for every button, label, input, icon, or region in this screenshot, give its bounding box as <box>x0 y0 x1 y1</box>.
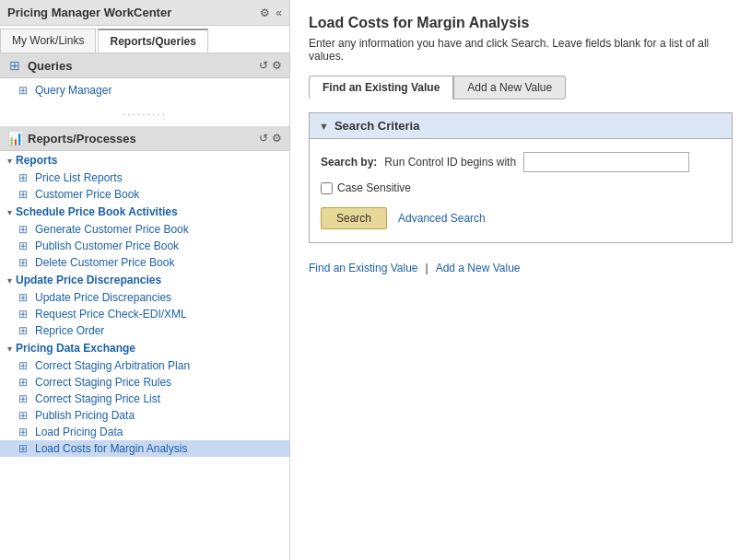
reports-refresh-icon[interactable]: ↺ <box>259 132 268 145</box>
queries-icon: ⊞ <box>7 58 22 73</box>
load-costs-icon <box>18 442 31 455</box>
main-tab-buttons: Find an Existing Value Add a New Value <box>309 76 733 99</box>
update-price-arrow-icon: ▾ <box>7 275 12 286</box>
group-header-pricing-data[interactable]: ▾ Pricing Data Exchange <box>0 339 289 357</box>
customer-price-book-link[interactable]: Customer Price Book <box>35 188 139 201</box>
nav-item-correct-staging-list[interactable]: Correct Staging Price List <box>0 391 289 407</box>
tab-my-work[interactable]: My Work/Links <box>0 29 96 52</box>
pricing-data-group-title: Pricing Data Exchange <box>16 342 135 355</box>
reports-nav-area: ▾ Reports Price List Reports Customer Pr… <box>0 151 289 560</box>
advanced-search-link[interactable]: Advanced Search <box>398 212 486 225</box>
group-header-update-price[interactable]: ▾ Update Price Discrepancies <box>0 271 289 289</box>
queries-section-title: Queries <box>28 59 72 73</box>
request-price-check-link[interactable]: Request Price Check-EDI/XML <box>35 308 187 321</box>
search-by-row: Search by: Run Control ID begins with <box>321 152 721 172</box>
reports-section-header: 📊 Reports/Processes ↺ ⚙ <box>0 126 289 151</box>
nav-item-price-list-reports[interactable]: Price List Reports <box>0 169 289 186</box>
generate-customer-link[interactable]: Generate Customer Price Book <box>35 223 189 236</box>
reports-group-title: Reports <box>16 154 57 167</box>
tab-find-existing[interactable]: Find an Existing Value <box>309 76 453 99</box>
tab-reports-queries[interactable]: Reports/Queries <box>98 29 207 52</box>
price-list-reports-icon <box>18 171 31 184</box>
correct-staging-list-icon <box>18 392 31 405</box>
reports-header-left: 📊 Reports/Processes <box>7 131 136 146</box>
nav-item-generate-customer[interactable]: Generate Customer Price Book <box>0 221 289 238</box>
dotted-divider: ········· <box>0 102 289 126</box>
schedule-group-title: Schedule Price Book Activities <box>16 205 178 218</box>
load-pricing-icon <box>18 426 31 438</box>
nav-item-publish-customer[interactable]: Publish Customer Price Book <box>0 238 289 254</box>
group-header-schedule[interactable]: ▾ Schedule Price Book Activities <box>0 203 289 221</box>
customer-price-book-icon <box>18 188 31 201</box>
update-price-disc-icon <box>18 291 31 304</box>
run-control-input[interactable] <box>523 152 689 172</box>
reports-arrow-icon: ▾ <box>7 156 12 166</box>
delete-customer-icon <box>18 256 31 269</box>
price-list-reports-link[interactable]: Price List Reports <box>35 171 123 184</box>
case-sensitive-row: Case Sensitive <box>321 181 721 194</box>
nav-item-query-manager[interactable]: Query Manager <box>0 82 289 99</box>
correct-staging-arb-link[interactable]: Correct Staging Arbitration Plan <box>35 359 190 372</box>
queries-header-left: ⊞ Queries <box>7 58 72 73</box>
publish-customer-link[interactable]: Publish Customer Price Book <box>35 239 179 252</box>
collapse-icon[interactable]: « <box>276 6 282 19</box>
bottom-add-new-link[interactable]: Add a New Value <box>436 262 521 274</box>
page-title: Load Costs for Margin Analysis <box>309 15 733 31</box>
search-action-row: Search Advanced Search <box>321 207 721 229</box>
reports-section-title: Reports/Processes <box>28 132 136 146</box>
search-button[interactable]: Search <box>321 207 387 229</box>
search-criteria-header[interactable]: ▼ Search Criteria <box>310 113 732 139</box>
correct-staging-list-link[interactable]: Correct Staging Price List <box>35 392 160 405</box>
nav-item-correct-staging-arb[interactable]: Correct Staging Arbitration Plan <box>0 357 289 374</box>
tabs-row: My Work/Links Reports/Queries <box>0 26 289 53</box>
reports-icon: 📊 <box>7 131 22 146</box>
left-panel: Pricing Manager WorkCenter ⚙ « My Work/L… <box>0 0 290 560</box>
queries-settings-icon[interactable]: ⚙ <box>272 59 282 72</box>
generate-customer-icon <box>18 223 31 236</box>
nav-item-customer-price-book[interactable]: Customer Price Book <box>0 186 289 203</box>
query-manager-icon <box>18 84 31 97</box>
update-price-group-title: Update Price Discrepancies <box>16 274 161 286</box>
nav-item-request-price-check[interactable]: Request Price Check-EDI/XML <box>0 306 289 322</box>
queries-section-header: ⊞ Queries ↺ ⚙ <box>0 53 289 78</box>
correct-staging-arb-icon <box>18 359 31 372</box>
tab-add-new[interactable]: Add a New Value <box>453 76 566 99</box>
load-costs-link[interactable]: Load Costs for Margin Analysis <box>35 442 187 455</box>
criteria-body: Search by: Run Control ID begins with Ca… <box>310 139 732 242</box>
update-price-disc-link[interactable]: Update Price Discrepancies <box>35 291 171 304</box>
queries-refresh-icon[interactable]: ↺ <box>259 59 268 72</box>
case-sensitive-checkbox[interactable] <box>321 182 333 194</box>
settings-icon[interactable]: ⚙ <box>260 6 270 19</box>
nav-item-correct-staging-rules[interactable]: Correct Staging Price Rules <box>0 374 289 391</box>
nav-item-delete-customer[interactable]: Delete Customer Price Book <box>0 254 289 271</box>
panel-header-icons: ⚙ « <box>260 6 282 19</box>
query-manager-link[interactable]: Query Manager <box>35 84 111 97</box>
nav-item-load-pricing[interactable]: Load Pricing Data <box>0 424 289 440</box>
load-pricing-link[interactable]: Load Pricing Data <box>35 426 123 438</box>
nav-item-reprice-order[interactable]: Reprice Order <box>0 322 289 339</box>
panel-header: Pricing Manager WorkCenter ⚙ « <box>0 0 289 26</box>
correct-staging-rules-link[interactable]: Correct Staging Price Rules <box>35 376 171 389</box>
search-criteria-section: ▼ Search Criteria Search by: Run Control… <box>309 112 733 243</box>
nav-item-publish-pricing[interactable]: Publish Pricing Data <box>0 407 289 424</box>
group-header-reports[interactable]: ▾ Reports <box>0 151 289 169</box>
publish-pricing-icon <box>18 409 31 422</box>
correct-staging-rules-icon <box>18 376 31 389</box>
run-control-desc: Run Control ID begins with <box>384 156 516 169</box>
page-description: Enter any information you have and click… <box>309 37 733 63</box>
bottom-separator: | <box>426 262 428 274</box>
search-by-label: Search by: <box>321 156 377 169</box>
search-criteria-title: Search Criteria <box>334 119 420 133</box>
delete-customer-link[interactable]: Delete Customer Price Book <box>35 256 174 269</box>
publish-customer-icon <box>18 239 31 252</box>
pricing-data-arrow-icon: ▾ <box>7 344 12 354</box>
publish-pricing-link[interactable]: Publish Pricing Data <box>35 409 135 422</box>
reports-settings-icon[interactable]: ⚙ <box>272 132 282 145</box>
nav-item-load-costs[interactable]: Load Costs for Margin Analysis <box>0 440 289 457</box>
case-sensitive-label: Case Sensitive <box>337 181 411 194</box>
queries-nav-area: Query Manager <box>0 78 289 102</box>
bottom-find-existing-link[interactable]: Find an Existing Value <box>309 262 418 274</box>
request-price-check-icon <box>18 308 31 321</box>
nav-item-update-price-disc[interactable]: Update Price Discrepancies <box>0 289 289 306</box>
reprice-order-link[interactable]: Reprice Order <box>35 324 104 337</box>
